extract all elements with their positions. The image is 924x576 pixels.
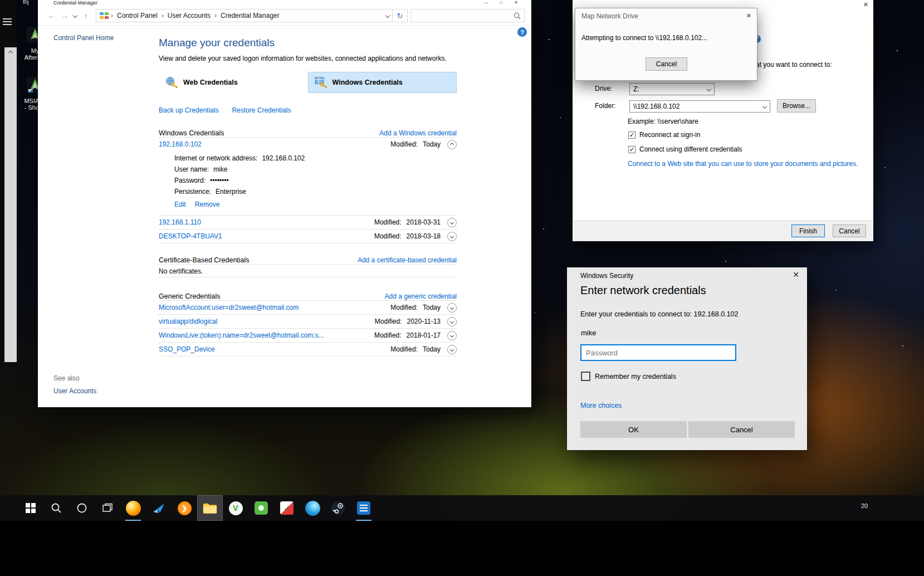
search-input[interactable] bbox=[414, 11, 514, 20]
address-bar[interactable]: › Control Panel › User Accounts › Creden… bbox=[96, 9, 393, 22]
add-windows-credential-link[interactable]: Add a Windows credential bbox=[379, 129, 457, 137]
modified-value: Today bbox=[423, 345, 441, 353]
cancel-button[interactable]: Cancel bbox=[646, 57, 687, 71]
remember-credentials-checkbox[interactable] bbox=[581, 372, 590, 381]
credential-name-link[interactable]: 192.168.1.110 bbox=[159, 218, 374, 226]
different-credentials-checkbox[interactable]: ✓ bbox=[628, 146, 635, 153]
firefox-icon bbox=[126, 501, 141, 516]
taskbar-app-greensquare-button[interactable] bbox=[248, 495, 274, 521]
user-accounts-link[interactable]: User Accounts bbox=[53, 387, 96, 395]
windows-credentials-icon bbox=[314, 76, 327, 89]
section-title-certificate-credentials: Certificate-Based Credentials bbox=[159, 256, 250, 264]
close-button[interactable]: ✕ bbox=[793, 270, 799, 279]
close-button[interactable]: ✕ bbox=[863, 1, 868, 8]
forward-button[interactable]: → bbox=[58, 12, 71, 20]
credential-row[interactable]: 192.168.0.102 Modified:Today bbox=[159, 137, 457, 151]
address-dropdown-icon[interactable] bbox=[385, 13, 390, 18]
history-dropdown-icon[interactable] bbox=[71, 14, 79, 17]
expand-credential-button[interactable] bbox=[447, 303, 457, 313]
taskbar-edge-button[interactable] bbox=[300, 495, 325, 521]
taskbar-app-blue-button[interactable] bbox=[146, 495, 172, 521]
credential-row[interactable]: SSO_POP_Device Modified:Today bbox=[159, 342, 457, 356]
dialog-subtext: Enter your credentials to connect to: 19… bbox=[580, 310, 739, 318]
more-choices-link[interactable]: More choices bbox=[580, 402, 622, 409]
tab-windows-credentials[interactable]: Windows Credentials bbox=[308, 72, 457, 93]
instruction-text-fragment: at you want to connect to: bbox=[756, 61, 832, 69]
credential-row[interactable]: virtualapp/didlogical Modified:2020-11-1… bbox=[159, 314, 457, 328]
credential-name-link[interactable]: WindowsLive:(token):name=dr2sweet@hotmai… bbox=[159, 331, 374, 339]
sidebar-item-control-panel-home[interactable]: Control Panel Home bbox=[53, 34, 114, 42]
close-button[interactable]: ✕ bbox=[746, 12, 751, 19]
breadcrumb-control-panel[interactable]: Control Panel bbox=[113, 12, 162, 19]
credential-name-link[interactable]: DESKTOP-4TBUAV1 bbox=[159, 232, 374, 240]
add-certificate-credential-link[interactable]: Add a certificate-based credential bbox=[358, 256, 457, 264]
breadcrumb-credential-manager[interactable]: Credential Manager bbox=[217, 12, 283, 19]
browse-button[interactable]: Browse... bbox=[777, 99, 816, 113]
maximize-button[interactable]: □ bbox=[493, 0, 509, 6]
finish-button[interactable]: Finish bbox=[791, 224, 825, 237]
collapse-credential-button[interactable] bbox=[447, 140, 457, 149]
restore-credentials-link[interactable]: Restore Credentials bbox=[232, 106, 291, 114]
help-icon[interactable]: ? bbox=[517, 27, 527, 37]
taskbar-app-check-button[interactable]: ✓ bbox=[274, 495, 300, 521]
cortana-button[interactable] bbox=[69, 495, 95, 521]
taskbar-firefox-button[interactable] bbox=[120, 495, 146, 521]
refresh-button[interactable]: ↻ bbox=[393, 9, 408, 22]
tab-web-credentials[interactable]: Web Credentials bbox=[159, 72, 308, 93]
different-credentials-checkbox-row: ✓ Connect using different credentials bbox=[628, 145, 742, 153]
taskbar-search-button[interactable] bbox=[43, 495, 69, 521]
breadcrumb-user-accounts[interactable]: User Accounts bbox=[164, 12, 214, 19]
credential-name-link[interactable]: 192.168.0.102 bbox=[159, 140, 390, 148]
search-box[interactable] bbox=[410, 9, 525, 22]
start-button[interactable] bbox=[18, 495, 43, 521]
password-input[interactable] bbox=[580, 344, 736, 361]
expand-credential-button[interactable] bbox=[447, 218, 457, 227]
cancel-button[interactable]: Cancel bbox=[688, 421, 795, 438]
folder-combobox[interactable]: \\192.168.0.102 bbox=[629, 100, 770, 113]
taskbar-app-greenv-button[interactable]: V bbox=[223, 495, 248, 521]
expand-credential-button[interactable] bbox=[447, 345, 457, 354]
expand-credential-button[interactable] bbox=[447, 232, 457, 241]
remove-credential-link[interactable]: Remove bbox=[195, 199, 220, 210]
credential-name-link[interactable]: SSO_POP_Device bbox=[159, 345, 390, 353]
window-title: Credential Manager bbox=[53, 0, 97, 6]
taskbar-clock[interactable]: 20 bbox=[861, 502, 868, 509]
add-generic-credential-link[interactable]: Add a generic credential bbox=[385, 292, 457, 300]
task-view-icon bbox=[102, 502, 113, 514]
cancel-button[interactable]: Cancel bbox=[833, 224, 866, 237]
minimize-button[interactable]: — bbox=[478, 0, 493, 6]
credential-row[interactable]: 192.168.1.110 Modified:2018-03-31 bbox=[159, 215, 457, 229]
connect-website-link[interactable]: Connect to a Web site that you can use t… bbox=[628, 160, 858, 168]
taskbar-file-explorer-button[interactable] bbox=[197, 495, 223, 521]
credential-row[interactable]: DESKTOP-4TBUAV1 Modified:2018-03-18 bbox=[159, 229, 457, 243]
background-app-scroll-panel[interactable] bbox=[4, 47, 17, 362]
task-view-button[interactable] bbox=[95, 495, 120, 521]
up-button[interactable]: ↑ bbox=[79, 12, 92, 20]
credential-name-link[interactable]: MicrosoftAccount:user=dr2sweet@hotmail.c… bbox=[159, 304, 390, 311]
edit-credential-link[interactable]: Edit bbox=[174, 199, 186, 210]
web-credentials-icon bbox=[165, 76, 178, 89]
credential-row[interactable]: WindowsLive:(token):name=dr2sweet@hotmai… bbox=[159, 328, 457, 342]
expand-credential-button[interactable] bbox=[447, 331, 457, 340]
tab-label: Windows Credentials bbox=[333, 79, 403, 86]
back-button[interactable]: ← bbox=[45, 12, 58, 20]
reconnect-checkbox[interactable]: ✓ bbox=[628, 131, 635, 139]
credential-name-link[interactable]: virtualapp/didlogical bbox=[159, 318, 375, 325]
detail-value: mike bbox=[213, 165, 227, 173]
taskbar-steam-button[interactable] bbox=[325, 495, 351, 521]
chevron-up-icon[interactable] bbox=[8, 51, 13, 55]
credential-row[interactable]: MicrosoftAccount:user=dr2sweet@hotmail.c… bbox=[159, 300, 457, 314]
detail-value: 192.168.0.102 bbox=[262, 154, 305, 162]
drive-select[interactable]: Z: bbox=[629, 83, 715, 95]
title-bar[interactable]: Credential Manager — □ ✕ bbox=[38, 0, 531, 6]
expand-credential-button[interactable] bbox=[447, 317, 457, 326]
taskbar-app-document-button[interactable] bbox=[351, 495, 377, 521]
folder-label: Folder: bbox=[595, 102, 615, 110]
backup-credentials-link[interactable]: Back up Credentials bbox=[159, 106, 218, 114]
username-value[interactable]: mike bbox=[581, 329, 596, 337]
close-button[interactable]: ✕ bbox=[509, 0, 524, 6]
ok-button[interactable]: OK bbox=[580, 421, 687, 438]
dialog-heading: Enter network credentials bbox=[580, 284, 706, 297]
taskbar-app-orange-button[interactable]: ❯ bbox=[172, 495, 197, 521]
hamburger-menu-icon[interactable] bbox=[3, 17, 12, 27]
